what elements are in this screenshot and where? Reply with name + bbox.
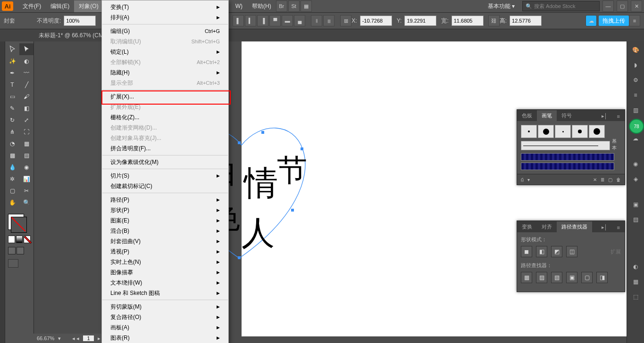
search-input[interactable]: 🔍 搜索 Adobe Stock (522, 1, 600, 11)
panel-menu-icon[interactable]: ≡ (612, 112, 625, 121)
pen-tool[interactable]: ✒ (5, 67, 19, 79)
panel-collapse-icon[interactable]: ▸│ (597, 222, 612, 232)
selection-tool[interactable] (5, 43, 19, 55)
merge-button[interactable]: ▧ (551, 272, 562, 283)
menu-item[interactable]: 图像描摹▶ (102, 267, 228, 278)
menu-item[interactable]: 复合路径(O)▶ (102, 312, 228, 322)
menu-object[interactable]: 对象(O) (74, 0, 103, 12)
remove-brush-stroke-icon[interactable]: ✕ (593, 177, 597, 182)
color-panel-icon[interactable]: 🎨 (630, 44, 641, 56)
align-bottom-icon[interactable]: ▄ (294, 15, 305, 26)
gradient-mode-icon[interactable] (16, 236, 23, 243)
pathfinder-panel-icon[interactable]: ⬚ (630, 291, 641, 302)
distribute-h-icon[interactable]: ⫼ (323, 15, 335, 26)
delete-brush-icon[interactable]: 🗑 (616, 177, 621, 182)
menu-item[interactable]: 编组(G)Ctrl+G (102, 26, 228, 36)
window-close-icon[interactable]: ✕ (631, 0, 642, 12)
menu-item[interactable]: 文本绕排(W)▶ (102, 278, 228, 288)
cloud-sync-icon[interactable]: ☁ (585, 15, 597, 26)
zoom-tool[interactable]: 🔍 (19, 196, 33, 208)
distribute-v-icon[interactable]: ⫴ (311, 15, 322, 26)
minus-front-button[interactable]: ◧ (536, 246, 547, 257)
blend-tool[interactable]: ◉ (19, 161, 33, 173)
menu-item[interactable]: 变换(T)▶ (102, 2, 228, 12)
scale-tool[interactable]: ⤢ (19, 114, 33, 126)
align-top-icon[interactable]: ▀ (269, 15, 281, 26)
line-tool[interactable]: ╱ (19, 79, 33, 90)
lasso-tool[interactable]: ◐ (19, 55, 33, 67)
menu-item[interactable]: 形状(P)▶ (102, 205, 228, 215)
magic-wand-tool[interactable]: ✨ (5, 55, 19, 67)
width-tool[interactable]: ⋔ (5, 126, 19, 138)
change-screen-mode-icon[interactable] (8, 259, 18, 268)
eraser-tool[interactable]: ◧ (19, 102, 33, 114)
panel-menu-icon[interactable]: ≡ (612, 223, 625, 232)
menu-item[interactable]: 剪切蒙版(M)▶ (102, 302, 228, 312)
color-mode-icon[interactable] (8, 236, 15, 243)
type-tool[interactable]: T (5, 79, 19, 90)
mesh-tool[interactable]: ▩ (5, 149, 19, 161)
link-wh-icon[interactable]: ⛓ (488, 15, 500, 26)
arrange-docs-icon[interactable]: ▦ (301, 0, 312, 12)
screen-mode-normal-icon[interactable] (8, 247, 16, 254)
artboard-nav-input[interactable]: 1 (83, 335, 93, 341)
align-panel-icon[interactable]: ▦ (630, 276, 641, 287)
menu-item[interactable]: 栅格化(Z)... (102, 112, 228, 122)
brush-library-icon[interactable]: ⎙ (521, 177, 524, 182)
appearance-panel-icon[interactable]: ◉ (630, 158, 641, 170)
gradient-panel-icon[interactable]: ▥ (630, 105, 641, 116)
free-transform-tool[interactable]: ⛶ (19, 126, 33, 138)
symbol-sprayer-tool[interactable]: ✲ (5, 173, 19, 185)
menu-item[interactable]: 锁定(L)▶ (102, 47, 228, 57)
color-swatch[interactable] (5, 212, 33, 270)
menu-item[interactable]: 排列(A)▶ (102, 12, 228, 23)
menu-file[interactable]: 文件(F) (18, 0, 46, 12)
menu-item[interactable]: 路径(P)▶ (102, 195, 228, 205)
tab-swatches[interactable]: 色板 (517, 110, 537, 121)
tab-pathfinder[interactable]: 路径查找器 (557, 221, 592, 232)
transparency-panel-icon[interactable]: ◐ (630, 261, 641, 272)
brush-basic-stroke[interactable] (521, 141, 610, 150)
opacity-input[interactable]: 100% (64, 16, 96, 26)
menu-item[interactable]: 画板(A)▶ (102, 322, 228, 333)
menu-item[interactable]: 封套扭曲(V)▶ (102, 236, 228, 246)
align-left-icon[interactable]: ▌ (233, 15, 244, 26)
brush-thumbnails[interactable] (521, 125, 621, 138)
window-minimize-icon[interactable]: — (602, 0, 614, 12)
divide-button[interactable]: ▦ (521, 272, 532, 283)
crop-button[interactable]: ▣ (566, 272, 577, 283)
intersect-button[interactable]: ◩ (551, 246, 562, 257)
shape-builder-tool[interactable]: ◔ (5, 138, 19, 149)
notification-badge[interactable]: 78 (629, 119, 644, 134)
exclude-button[interactable]: ◫ (566, 246, 577, 257)
paintbrush-tool[interactable]: 🖌 (19, 90, 33, 102)
color-guide-panel-icon[interactable]: ◗ (630, 59, 641, 71)
menu-item[interactable]: 拼合透明度(F)... (102, 143, 228, 154)
menu-item[interactable]: 创建裁切标记(C) (102, 181, 228, 191)
curvature-tool[interactable]: 〰 (19, 67, 33, 79)
artboard-tool[interactable]: ▢ (5, 185, 19, 196)
tab-align[interactable]: 对齐 (537, 221, 557, 232)
libraries-panel-icon[interactable]: ☁ (630, 133, 641, 144)
menu-item[interactable]: 设为像素级优化(M) (102, 157, 228, 167)
window-restore-icon[interactable]: ▢ (617, 0, 628, 12)
direct-selection-tool[interactable] (19, 43, 33, 55)
y-input[interactable]: 19.2291 (404, 16, 436, 26)
panel-collapse-icon[interactable]: ▸│ (597, 111, 612, 121)
layers-panel-icon[interactable]: ▣ (630, 199, 641, 210)
perspective-tool[interactable]: ▦ (19, 138, 33, 149)
h-input[interactable]: 12.5776 (510, 16, 542, 26)
hand-tool[interactable]: ✋ (5, 196, 19, 208)
menu-item[interactable]: 实时上色(N)▶ (102, 257, 228, 267)
brush-options-icon[interactable]: ≣ (601, 177, 604, 182)
none-mode-icon[interactable] (24, 236, 31, 243)
align-hcenter-icon[interactable]: ▍ (245, 15, 256, 26)
stroke-swatch[interactable] (11, 217, 27, 233)
gradient-tool[interactable]: ▤ (19, 149, 33, 161)
tab-symbols[interactable]: 符号 (557, 110, 577, 121)
x-input[interactable]: -10.7268 (360, 16, 392, 26)
tab-transform[interactable]: 变换 (517, 221, 537, 232)
menu-edit[interactable]: 编辑(E) (46, 0, 74, 12)
minus-back-button[interactable]: ◨ (596, 272, 608, 283)
artboards-panel-icon[interactable]: ▤ (630, 214, 641, 225)
